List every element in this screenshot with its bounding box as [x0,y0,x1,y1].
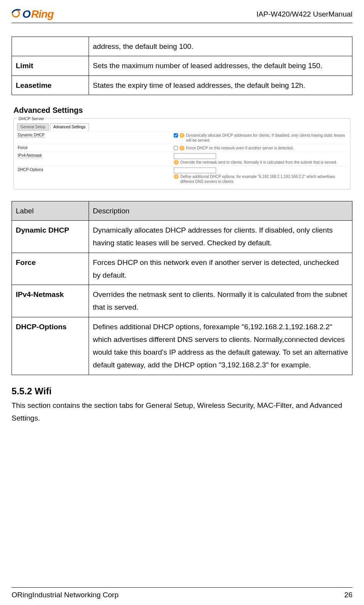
cell-label: Force [12,253,89,285]
fieldset-legend: DHCP Server [17,116,45,121]
cell-desc: address, the default being 100. [89,37,352,56]
info-icon: ! [174,174,179,179]
cell-label: Limit [12,56,89,75]
advanced-settings-table: Label Description Dynamic DHCP Dynamical… [12,201,352,375]
table-row: DHCP-Options Defines additional DHCP opt… [12,317,352,375]
info-icon: ! [179,146,185,151]
force-checkbox[interactable] [174,146,178,150]
row-dhcp-options: DHCP-Options ! Define additional DHCP op… [17,166,347,185]
cell-label: Leasetime [12,75,89,95]
row-dynamic-dhcp: Dynamic DHCP ! Dynamically allocate DHCP… [17,131,347,144]
hint-text: Override the netmask sent to clients. No… [180,160,337,165]
table-row: Dynamic DHCP Dynamically allocates DHCP … [12,221,352,253]
header-description: Description [89,201,352,220]
row-label: Dynamic DHCP [18,133,174,137]
wifi-paragraph-1: This section contains the section tabs f… [12,399,352,412]
header-label: Label [12,201,89,220]
dynamic-dhcp-checkbox[interactable] [174,133,178,137]
cell-desc: Overrides the netmask sent to clients. N… [89,285,352,317]
dhcp-options-input[interactable] [174,168,216,173]
info-icon: ! [179,133,185,138]
row-label: Force [18,146,174,150]
hint-text: Define additional DHCP options, for exam… [180,174,346,184]
hint-text: Force DHCP on this network even if anoth… [186,146,294,151]
cell-desc: States the expiry time of leased address… [89,75,352,95]
cell-desc: Defines additional DHCP options, forexam… [89,317,352,375]
table-row: Force Forces DHCP on this network even i… [12,253,352,285]
row-label: DHCP-Options [18,168,174,172]
cell-label [12,37,89,56]
footer-page-number: 26 [344,591,352,599]
row-force: Force ! Force DHCP on this network even … [17,144,347,152]
logo-text-o: O [22,8,30,20]
table-row: Leasetime States the expiry time of leas… [12,75,352,95]
dhcp-basic-table: address, the default being 100. Limit Se… [12,37,352,95]
tab-general-setup[interactable]: General Setup [17,123,49,131]
page-header: ORing IAP-W420/W422 UserManual [12,8,352,23]
table-row: Limit Sets the maximum number of leased … [12,56,352,75]
hint-text: Dynamically allocate DHCP addresses for … [186,133,346,143]
cell-label: IPv4-Netmask [12,285,89,317]
cell-desc: Dynamically allocates DHCP addresses for… [89,221,352,253]
ipv4-netmask-input[interactable] [174,153,216,159]
cell-desc: Forces DHCP on this network even if anot… [89,253,352,285]
advanced-settings-heading: Advanced Settings [13,106,352,115]
table-header-row: Label Description [12,201,352,220]
wifi-section-heading: 5.5.2 Wifi [12,386,352,397]
wifi-paragraph-2: Settings. [12,412,352,424]
cell-desc: Sets the maximum number of leased addres… [89,56,352,75]
logo-icon [12,8,22,18]
table-row: address, the default being 100. [12,37,352,56]
dhcp-server-fieldset: DHCP Server General Setup Advanced Setti… [13,116,351,189]
cell-label: DHCP-Options [12,317,89,375]
row-label: IPv4-Netmask [18,153,174,158]
cell-label: Dynamic DHCP [12,221,89,253]
table-row: IPv4-Netmask Overrides the netmask sent … [12,285,352,317]
footer-company: ORingIndustrial Networking Corp [12,591,119,599]
page-footer: ORingIndustrial Networking Corp 26 [12,587,352,599]
row-ipv4-netmask: IPv4-Netmask ! Override the netmask sent… [17,152,347,166]
tab-advanced-settings[interactable]: Advanced Settings [50,123,89,131]
info-icon: ! [174,160,179,165]
tab-bar: General Setup Advanced Settings [17,123,347,131]
brand-logo: ORing [12,8,54,20]
logo-text-ring: Ring [31,8,54,20]
document-title: IAP-W420/W422 UserManual [257,10,352,18]
